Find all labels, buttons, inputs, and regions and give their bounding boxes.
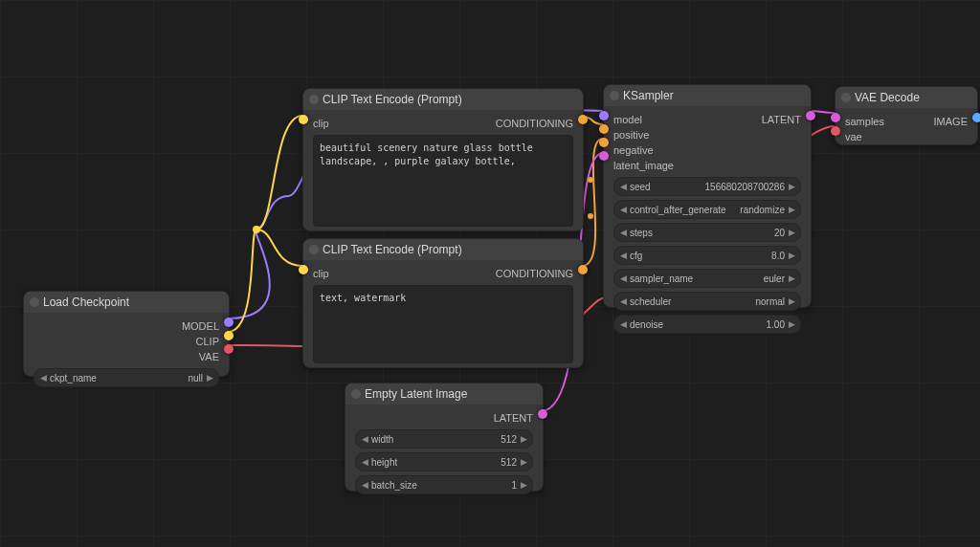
widget-height[interactable]: ◀height512▶	[355, 452, 533, 471]
node-title[interactable]: Empty Latent Image	[345, 383, 543, 405]
chevron-right-icon[interactable]: ▶	[205, 373, 214, 383]
port-input-model[interactable]	[599, 111, 609, 120]
node-vae-decode[interactable]: VAE Decode samplesIMAGE vae	[835, 86, 978, 145]
port-output-model[interactable]	[224, 317, 234, 327]
node-title-label: KSampler	[623, 89, 674, 102]
node-title-label: CLIP Text Encode (Prompt)	[323, 243, 462, 256]
widget-ckpt-name[interactable]: ◀ ckpt_name null ▶	[33, 368, 219, 387]
input-label-clip: clip	[313, 268, 329, 279]
node-clip-text-encode-positive[interactable]: CLIP Text Encode (Prompt) clip CONDITION…	[302, 88, 584, 231]
output-label-clip: CLIP	[196, 336, 219, 347]
input-label-model: model	[613, 114, 642, 125]
widget-scheduler[interactable]: ◀schedulernormal▶	[613, 292, 801, 311]
input-label-latent-image: latent_image	[613, 160, 674, 171]
node-empty-latent-image[interactable]: Empty Latent Image LATENT ◀width512▶ ◀he…	[345, 383, 544, 492]
node-title[interactable]: VAE Decode	[835, 87, 977, 108]
widget-steps[interactable]: ◀steps20▶	[613, 223, 801, 242]
output-label-conditioning: CONDITIONING	[496, 118, 573, 129]
input-label-negative: negative	[613, 144, 654, 156]
widget-width[interactable]: ◀width512▶	[355, 429, 533, 449]
port-output-latent[interactable]	[806, 111, 815, 120]
node-title-label: Load Checkpoint	[43, 295, 129, 309]
port-input-clip[interactable]	[299, 265, 308, 274]
port-output-conditioning[interactable]	[578, 115, 588, 124]
output-label-latent: LATENT	[762, 114, 801, 125]
output-label-vae: VAE	[199, 351, 219, 362]
graph-canvas[interactable]: Load Checkpoint MODEL CLIP VAE ◀ ckpt_na…	[0, 0, 980, 547]
input-label-clip: clip	[313, 118, 329, 129]
port-output-image[interactable]	[972, 113, 980, 122]
port-output-conditioning[interactable]	[578, 265, 588, 274]
port-input-latent-image[interactable]	[599, 151, 609, 161]
node-title[interactable]: CLIP Text Encode (Prompt)	[303, 239, 583, 260]
svg-point-2	[588, 213, 593, 219]
port-output-clip[interactable]	[224, 331, 234, 340]
node-title[interactable]: Load Checkpoint	[24, 292, 229, 313]
widget-control-after-generate[interactable]: ◀control_after_generaterandomize▶	[613, 200, 801, 219]
prompt-textarea[interactable]: beautiful scenery nature glass bottle la…	[313, 135, 573, 227]
port-input-vae[interactable]	[831, 126, 840, 136]
node-title[interactable]: KSampler	[604, 85, 811, 106]
port-input-negative[interactable]	[599, 138, 609, 147]
node-title-label: CLIP Text Encode (Prompt)	[323, 93, 462, 106]
port-input-clip[interactable]	[299, 115, 308, 124]
output-label-latent: LATENT	[494, 412, 533, 424]
input-label-samples: samples	[845, 116, 884, 127]
input-label-positive: positive	[613, 129, 649, 141]
output-label-model: MODEL	[182, 320, 219, 332]
port-output-vae[interactable]	[224, 344, 234, 354]
node-load-checkpoint[interactable]: Load Checkpoint MODEL CLIP VAE ◀ ckpt_na…	[23, 291, 230, 377]
svg-point-1	[588, 177, 593, 183]
chevron-left-icon[interactable]: ◀	[38, 373, 48, 383]
widget-batch-size[interactable]: ◀batch_size1▶	[355, 475, 533, 494]
port-output-latent[interactable]	[538, 409, 547, 419]
input-label-vae: vae	[845, 131, 862, 142]
widget-cfg[interactable]: ◀cfg8.0▶	[613, 246, 801, 265]
port-input-samples[interactable]	[831, 113, 840, 122]
port-input-positive[interactable]	[599, 124, 609, 134]
node-title-label: VAE Decode	[855, 91, 920, 104]
svg-point-0	[253, 226, 260, 233]
output-label-image: IMAGE	[934, 116, 968, 127]
node-clip-text-encode-negative[interactable]: CLIP Text Encode (Prompt) clip CONDITION…	[302, 238, 584, 368]
node-title-label: Empty Latent Image	[365, 387, 467, 401]
widget-seed[interactable]: ◀seed156680208700286▶	[613, 177, 801, 196]
node-title[interactable]: CLIP Text Encode (Prompt)	[303, 89, 583, 110]
prompt-textarea[interactable]: text, watermark	[313, 285, 573, 363]
widget-denoise[interactable]: ◀denoise1.00▶	[613, 315, 801, 334]
node-ksampler[interactable]: KSampler modelLATENT positive negative l…	[603, 84, 812, 308]
widget-sampler-name[interactable]: ◀sampler_nameeuler▶	[613, 269, 801, 288]
output-label-conditioning: CONDITIONING	[496, 268, 573, 279]
